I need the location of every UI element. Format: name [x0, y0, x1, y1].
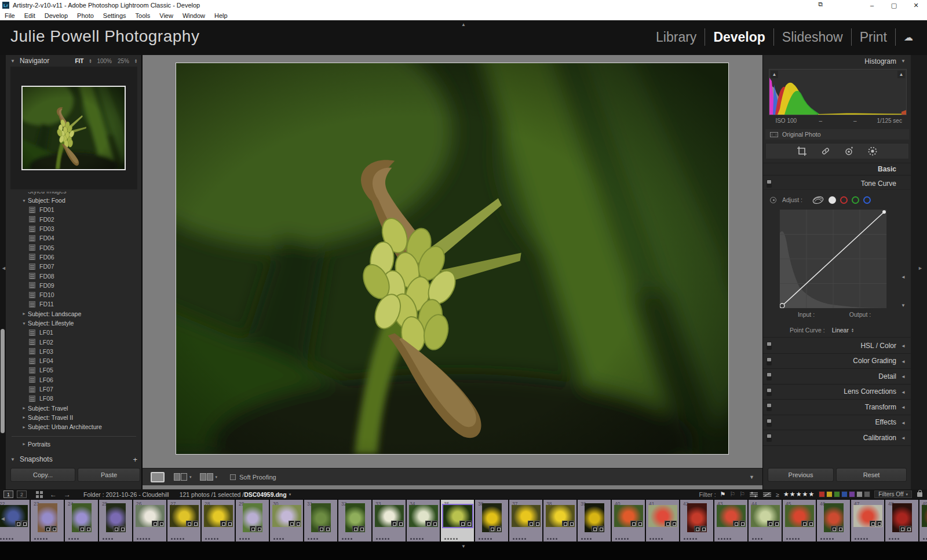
snapshots-header[interactable]: ▼ Snapshots + — [6, 453, 142, 465]
color-label-chip[interactable] — [819, 491, 825, 497]
chevron-right-icon[interactable]: ► — [22, 406, 28, 410]
menu-photo[interactable]: Photo — [72, 12, 98, 19]
panel-toggle-switch[interactable] — [767, 403, 772, 411]
photo-thumbnail[interactable] — [482, 503, 502, 532]
cell-star-rating[interactable] — [615, 538, 629, 540]
filmstrip-cell[interactable]: 44 — [749, 500, 782, 541]
toolbar-options-arrow[interactable]: ▼ — [749, 474, 754, 480]
photo-thumbnail[interactable] — [72, 503, 92, 532]
panel-header-transform[interactable]: Transform◄ — [763, 400, 911, 415]
basic-panel-header[interactable]: Basic ◄ — [763, 163, 911, 175]
filmstrip-cell[interactable]: 42 — [680, 500, 713, 541]
menu-edit[interactable]: Edit — [20, 12, 40, 19]
green-channel-button[interactable] — [852, 196, 859, 204]
maximize-button[interactable]: ▢ — [883, 2, 905, 9]
preset-group[interactable]: ►Portraits — [6, 439, 142, 448]
edit-badge-icon[interactable] — [700, 526, 706, 532]
grid-view-icon[interactable] — [36, 491, 43, 498]
preset-item[interactable]: FD07 — [6, 262, 142, 271]
point-curve-stepper[interactable]: ▴▾ — [852, 328, 853, 332]
edit-badge-icon[interactable] — [391, 521, 397, 526]
chevron-right-icon[interactable]: ► — [22, 415, 28, 419]
menu-tools[interactable]: Tools — [131, 12, 155, 19]
filmstrip-cell[interactable]: 43 — [714, 500, 747, 541]
unflagged-filter-icon[interactable]: ⚐ — [729, 491, 735, 498]
edit-badge-icon[interactable] — [295, 521, 301, 526]
cell-star-rating[interactable] — [786, 538, 800, 540]
filmstrip-source-path[interactable]: Folder : 2021-10-26 - Cloudehill — [83, 491, 169, 498]
edit-badge-icon[interactable] — [256, 526, 262, 532]
photo-thumbnail[interactable] — [922, 505, 927, 527]
edit-badge-icon[interactable] — [808, 521, 813, 526]
photo-thumbnail[interactable] — [751, 505, 780, 527]
module-slideshow[interactable]: Slideshow — [774, 28, 852, 46]
photo-thumbnail[interactable] — [106, 503, 126, 532]
cell-star-rating[interactable] — [273, 538, 284, 540]
zoom-ratio-stepper[interactable]: ▴▾ — [135, 58, 137, 63]
edit-badge-icon[interactable] — [831, 526, 837, 532]
preset-item[interactable]: FD03 — [6, 224, 142, 233]
preset-item[interactable]: LF03 — [6, 347, 142, 356]
edit-badge-icon[interactable] — [489, 526, 495, 532]
filmstrip-cell[interactable]: 29 — [236, 500, 269, 541]
filmstrip-cell[interactable]: 48 — [885, 500, 918, 541]
photo-thumbnail[interactable] — [546, 505, 575, 527]
cell-star-rating[interactable] — [923, 538, 927, 540]
photo-thumbnail[interactable] — [443, 505, 472, 527]
filmstrip-cell[interactable]: 37 — [509, 500, 542, 541]
photo-thumbnail[interactable] — [824, 503, 844, 532]
zoom-fit-button[interactable]: FIT — [75, 58, 83, 64]
edit-badge-icon[interactable] — [592, 526, 597, 532]
main-window-button[interactable]: 1 — [3, 491, 13, 498]
filmstrip-cell[interactable]: 38 — [543, 500, 576, 541]
original-photo-row[interactable]: Original Photo — [765, 129, 909, 140]
selected-filename[interactable]: DSC04959.dng — [244, 491, 287, 498]
cell-star-rating[interactable] — [0, 538, 13, 540]
chevron-down-icon[interactable]: ▾ — [289, 492, 291, 497]
parametric-curve-icon[interactable] — [812, 196, 824, 204]
edit-badge-icon[interactable] — [630, 521, 636, 526]
edit-badge-icon[interactable] — [158, 521, 164, 526]
panel-header-lens-corrections[interactable]: Lens Corrections◄ — [763, 385, 911, 400]
filmstrip-cell[interactable]: 45 — [783, 500, 816, 541]
cell-star-rating[interactable] — [410, 538, 424, 540]
flagged-filter-icon[interactable]: ⚑ — [720, 491, 726, 498]
cell-star-rating[interactable] — [171, 538, 184, 540]
preset-item[interactable]: LF06 — [6, 375, 142, 385]
cell-star-rating[interactable] — [205, 538, 218, 540]
edit-badge-icon[interactable] — [528, 521, 534, 526]
panel-header-color-grading[interactable]: Color Grading◄ — [763, 354, 911, 369]
edit-badge-icon[interactable] — [397, 521, 403, 526]
edit-badge-icon[interactable] — [459, 521, 465, 526]
edit-badge-icon[interactable] — [85, 526, 91, 532]
color-label-filters[interactable] — [819, 491, 870, 497]
photo-thumbnail[interactable] — [785, 505, 814, 527]
edit-badge-icon[interactable] — [562, 521, 568, 526]
filmstrip-cell[interactable]: 32 — [338, 500, 371, 541]
photo-thumbnail[interactable] — [512, 505, 541, 527]
filmstrip-cell[interactable]: 24 — [65, 500, 98, 541]
preset-item[interactable]: FD09 — [6, 281, 142, 290]
preset-item[interactable]: FD10 — [6, 290, 142, 299]
preset-item[interactable]: LF01 — [6, 328, 142, 337]
edit-badge-icon[interactable] — [220, 521, 226, 526]
filmstrip-cell[interactable]: 34 — [407, 500, 440, 541]
before-after-tb-icon[interactable] — [200, 473, 213, 481]
photo-thumbnail[interactable] — [345, 503, 365, 532]
reset-button[interactable]: Reset — [836, 468, 907, 482]
color-label-chip[interactable] — [864, 491, 870, 497]
cell-star-rating[interactable] — [239, 538, 250, 540]
preset-item[interactable]: LF07 — [6, 385, 142, 394]
edit-badge-icon[interactable] — [870, 521, 875, 526]
fit-fill-stepper[interactable]: ▴▾ — [89, 58, 91, 63]
cell-star-rating[interactable] — [718, 538, 731, 540]
panel-header-calibration[interactable]: Calibration◄ — [763, 430, 911, 446]
edit-badge-icon[interactable] — [152, 521, 158, 526]
edit-badge-icon[interactable] — [21, 521, 27, 526]
color-label-chip[interactable] — [856, 491, 863, 497]
edit-badge-icon[interactable] — [289, 521, 294, 526]
chevron-right-icon[interactable]: ► — [22, 312, 28, 316]
panel-toggle-switch[interactable] — [767, 372, 772, 380]
loupe-view-icon[interactable] — [151, 472, 165, 482]
edit-badge-icon[interactable] — [432, 521, 437, 526]
